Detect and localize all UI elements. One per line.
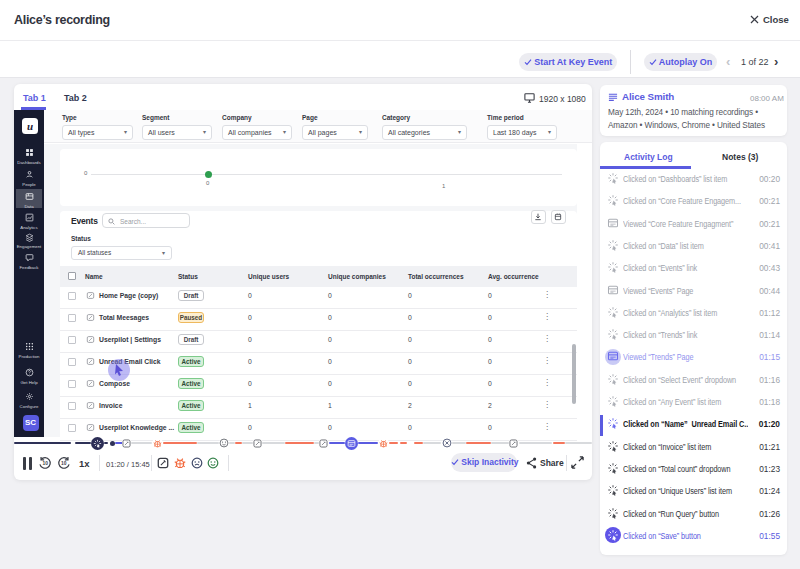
svg-text:10: 10 (42, 461, 48, 466)
svg-text:10: 10 (61, 461, 67, 466)
